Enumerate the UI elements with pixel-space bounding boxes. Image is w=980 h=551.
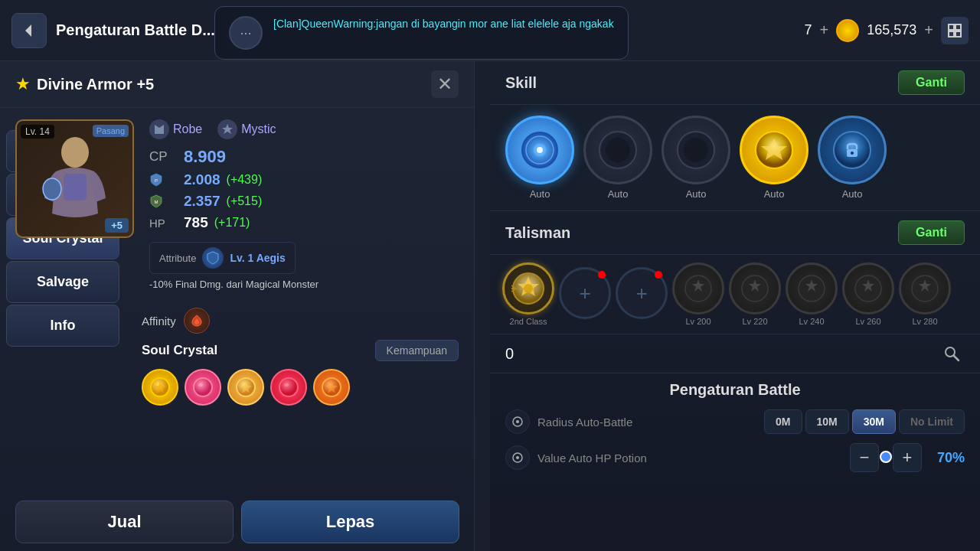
item-image: Lv. 14 Pasang R +5 bbox=[15, 119, 134, 238]
talisman-label-220: Lv 220 bbox=[742, 317, 767, 326]
skills-row: Auto Auto Auto bbox=[490, 105, 980, 211]
gold-amount: 165,573 bbox=[867, 22, 916, 38]
search-button[interactable] bbox=[939, 341, 965, 367]
phys-shield-icon: P bbox=[149, 173, 163, 187]
radius-0m-button[interactable]: 0M bbox=[764, 409, 802, 434]
talisman-section: Talisman Ganti bbox=[490, 211, 980, 334]
attr-icon bbox=[202, 247, 224, 269]
skill-circle-empty-1[interactable] bbox=[583, 116, 652, 184]
hp-slider-track[interactable] bbox=[885, 455, 887, 461]
skill-circle-active[interactable] bbox=[505, 116, 574, 184]
skill-label-2: Auto bbox=[608, 188, 629, 200]
mystic-icon bbox=[217, 119, 237, 139]
talisman-circle-280[interactable] bbox=[899, 262, 951, 315]
hp-slider-thumb[interactable] bbox=[880, 451, 892, 463]
skill-circle-blue-lock[interactable] bbox=[818, 116, 887, 184]
svg-point-41 bbox=[516, 420, 519, 423]
bottom-buttons: Jual Lepas bbox=[0, 500, 475, 543]
talisman-item-220: Lv 220 bbox=[729, 262, 781, 326]
info-button[interactable]: Info bbox=[6, 305, 119, 347]
talisman-circle-220[interactable] bbox=[729, 262, 781, 315]
svg-rect-2 bbox=[956, 24, 961, 30]
gold-coin-icon bbox=[836, 19, 859, 42]
phys-stat-row: P 2.008 (+439) bbox=[149, 171, 318, 188]
skill-ganti-button[interactable]: Ganti bbox=[898, 70, 965, 95]
talisman-circle-260[interactable] bbox=[842, 262, 894, 315]
hp-slider-row: − + 70% bbox=[850, 443, 965, 472]
attr-name: Lv. 1 Aegis bbox=[230, 252, 285, 264]
talisman-ganti-button[interactable]: Ganti bbox=[898, 220, 965, 245]
left-panel: ★ Divine Armor +5 ✕ Forge Bagikan Soul C… bbox=[0, 61, 475, 551]
skill-circle-empty-2[interactable] bbox=[662, 116, 730, 184]
talisman-add-circle-1[interactable]: + bbox=[559, 267, 611, 319]
talisman-label-1: 2nd Class bbox=[510, 317, 547, 326]
skill-item-3: Auto bbox=[662, 116, 730, 200]
skill-item-1: Auto bbox=[505, 116, 574, 200]
skill-item-4: Auto bbox=[740, 116, 808, 200]
hp-value: 785 bbox=[184, 214, 208, 231]
hp-bonus: (+171) bbox=[214, 216, 250, 230]
talisman-item-280: Lv 280 bbox=[899, 262, 951, 326]
item-type-mystic: Mystic bbox=[217, 119, 276, 139]
right-panel: Skill Ganti bbox=[490, 61, 980, 551]
talisman-item-add-1: + bbox=[559, 267, 611, 321]
radius-10m-button[interactable]: 10M bbox=[805, 409, 849, 434]
radius-battle-row: Radius Auto-Battle 0M 10M 30M No Limit bbox=[505, 409, 965, 434]
svg-point-7 bbox=[43, 178, 61, 200]
talisman-circle-200[interactable] bbox=[672, 262, 724, 315]
phys-bonus: (+439) bbox=[227, 173, 263, 187]
attr-label: Attribute bbox=[159, 253, 196, 264]
item-header: ★ Divine Armor +5 ✕ bbox=[0, 61, 474, 108]
svg-point-21 bbox=[537, 147, 543, 153]
svg-text:P: P bbox=[155, 178, 158, 183]
battle-section-title: Pengaturan Battle bbox=[505, 381, 965, 399]
svg-point-29 bbox=[851, 152, 854, 155]
radius-nolimit-button[interactable]: No Limit bbox=[899, 409, 965, 434]
item-level-badge: Lv. 14 bbox=[21, 125, 54, 139]
salvage-button[interactable]: Salvage bbox=[6, 261, 119, 303]
close-button[interactable]: ✕ bbox=[431, 70, 459, 98]
talisman-add-circle-2[interactable]: + bbox=[616, 267, 668, 319]
radius-icon bbox=[505, 409, 530, 434]
hp-icon bbox=[505, 445, 530, 470]
hp-minus-button[interactable]: − bbox=[850, 443, 879, 472]
talisman-circle-240[interactable] bbox=[786, 262, 838, 315]
skill-circle-gold[interactable] bbox=[740, 116, 808, 184]
talisman-item-200: Lv 200 bbox=[672, 262, 724, 326]
svg-point-31 bbox=[524, 284, 533, 293]
talisman-label-240: Lv 240 bbox=[799, 317, 824, 326]
affinity-label: Affinity bbox=[142, 315, 176, 328]
num-plus-button[interactable]: + bbox=[820, 21, 829, 39]
lepas-button[interactable]: Lepas bbox=[241, 500, 459, 543]
type-robe-label: Robe bbox=[173, 122, 202, 136]
affinity-icon bbox=[184, 308, 210, 334]
talisman-dot-2 bbox=[655, 271, 662, 279]
item-equip-badge: Pasang bbox=[93, 125, 129, 137]
gem-pink bbox=[185, 369, 221, 406]
back-button[interactable] bbox=[11, 13, 47, 48]
item-type-row: Robe Mystic bbox=[149, 119, 318, 139]
armor-svg: R bbox=[33, 129, 117, 229]
svg-rect-4 bbox=[956, 31, 961, 37]
item-title: Divine Armor +5 bbox=[37, 76, 431, 93]
export-button[interactable] bbox=[941, 17, 969, 44]
item-stats: Robe Mystic CP 8.909 bbox=[149, 119, 318, 290]
hp-potion-row: Value Auto HP Potion − + 70% bbox=[505, 443, 965, 472]
gold-plus-button[interactable]: + bbox=[924, 21, 933, 39]
top-bar-right: 7 + 165,573 + bbox=[805, 17, 969, 44]
skill-title: Skill bbox=[505, 74, 537, 92]
talisman-circle-gold[interactable] bbox=[502, 262, 554, 315]
talisman-label-280: Lv 280 bbox=[912, 317, 937, 326]
mag-value: 2.357 bbox=[184, 193, 220, 210]
hp-plus-button[interactable]: + bbox=[893, 443, 922, 472]
kemampuan-button[interactable]: Kemampuan bbox=[375, 340, 459, 361]
svg-point-12 bbox=[194, 378, 212, 396]
jual-button[interactable]: Jual bbox=[15, 500, 234, 543]
chat-icon: ··· bbox=[229, 16, 263, 50]
talisman-score-row: 0 bbox=[490, 334, 980, 373]
radius-30m-button[interactable]: 30M bbox=[852, 409, 896, 434]
soul-label: Soul Crystal bbox=[142, 343, 217, 358]
chat-message: [Clan]QueenWarning:jangan di bayangin mo… bbox=[273, 16, 614, 32]
talisman-label-260: Lv 260 bbox=[855, 317, 880, 326]
svg-marker-0 bbox=[25, 24, 31, 37]
